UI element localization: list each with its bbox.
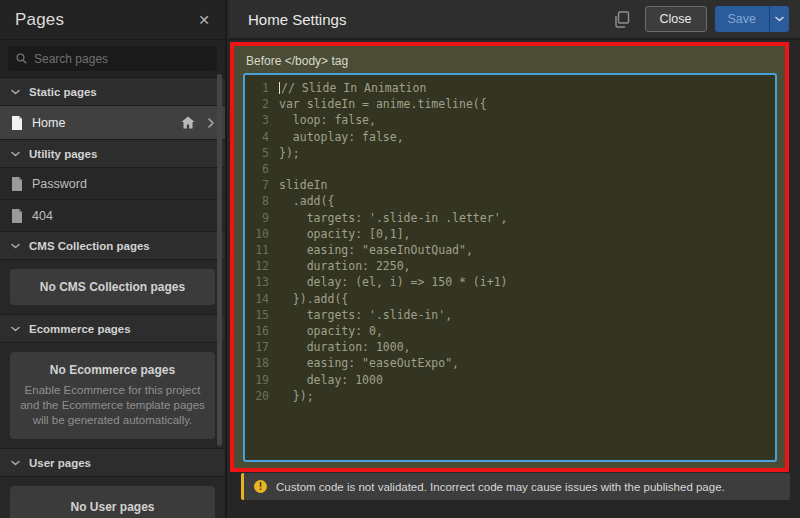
line-number: 9 (245, 210, 269, 226)
section-label: Ecommerce pages (29, 323, 131, 335)
section-header-user-pages[interactable]: User pages (0, 449, 225, 477)
section-label: Static pages (29, 86, 97, 98)
warning-banner: ! Custom code is not validated. Incorrec… (241, 473, 790, 500)
ecommerce-empty-title: No Ecommerce pages (20, 363, 205, 377)
page-icon (11, 116, 23, 130)
code-line: 5}); (245, 145, 775, 161)
save-button[interactable]: Save (715, 6, 770, 32)
page-item-label: 404 (32, 209, 53, 223)
code-text: delay: 1000 (279, 372, 383, 388)
section-header-utility-pages[interactable]: Utility pages (0, 140, 225, 168)
line-number: 15 (245, 307, 269, 323)
code-text: }).add({ (279, 291, 348, 307)
code-line: 8 .add({ (245, 193, 775, 209)
code-editor[interactable]: 1// Slide In Animation2var slideIn = ani… (243, 73, 777, 462)
section-header-static-pages[interactable]: Static pages (0, 78, 225, 106)
chevron-down-icon (11, 326, 20, 332)
duplicate-icon[interactable] (614, 11, 630, 28)
chevron-down-icon (11, 460, 20, 466)
sidebar-item-404[interactable]: 404 (0, 200, 225, 232)
page-icon (11, 177, 23, 191)
page-item-label: Password (32, 177, 87, 191)
ecommerce-empty-description: Enable Ecommerce for this project and th… (20, 383, 205, 428)
search-icon (16, 53, 27, 64)
line-number: 19 (245, 372, 269, 388)
chevron-right-icon[interactable] (208, 118, 214, 128)
section-label: User pages (29, 457, 91, 469)
code-text: targets: '.slide-in', (279, 307, 452, 323)
code-line: 2var slideIn = anime.timeline({ (245, 96, 775, 112)
page-item-label: Home (32, 116, 65, 130)
code-line: 19 delay: 1000 (245, 372, 775, 388)
chevron-down-icon (11, 151, 20, 157)
custom-code-section: Before </body> tag 1// Slide In Animatio… (230, 42, 789, 472)
code-line: 4 autoplay: false, (245, 129, 775, 145)
save-dropdown-button[interactable] (769, 6, 789, 32)
ecommerce-empty-state: No Ecommerce pages Enable Ecommerce for … (10, 352, 215, 439)
line-number: 5 (245, 145, 269, 161)
code-text: loop: false, (279, 112, 376, 128)
code-line: 10 opacity: [0,1], (245, 226, 775, 242)
code-text: targets: '.slide-in .letter', (279, 210, 507, 226)
cms-empty-area: No CMS Collection pages (0, 260, 225, 315)
chevron-down-icon (11, 243, 20, 249)
close-icon[interactable]: ✕ (198, 13, 210, 27)
line-number: 11 (245, 242, 269, 258)
code-line: 7slideIn (245, 177, 775, 193)
section-header-ecommerce-pages[interactable]: Ecommerce pages (0, 315, 225, 343)
sidebar-scrollbar[interactable] (217, 74, 222, 446)
code-text: delay: (el, i) => 150 * (i+1) (279, 274, 507, 290)
settings-title: Home Settings (248, 11, 614, 28)
warning-icon: ! (254, 480, 267, 493)
section-header-cms-pages[interactable]: CMS Collection pages (0, 232, 225, 260)
search-placeholder: Search pages (34, 52, 108, 66)
close-button[interactable]: Close (645, 6, 707, 32)
code-line: 14 }).add({ (245, 291, 775, 307)
pages-panel-header: Pages ✕ (0, 0, 225, 40)
code-line: 18 easing: "easeOutExpo", (245, 355, 775, 371)
code-text: duration: 2250, (279, 258, 411, 274)
code-line: 20 }); (245, 388, 775, 404)
home-icon (181, 116, 195, 129)
ecommerce-empty-area: No Ecommerce pages Enable Ecommerce for … (0, 343, 225, 449)
code-text: easing: "easeInOutQuad", (279, 242, 473, 258)
code-text: .add({ (279, 193, 334, 209)
code-line: 15 targets: '.slide-in', (245, 307, 775, 323)
line-number: 3 (245, 112, 269, 128)
code-line: 12 duration: 2250, (245, 258, 775, 274)
save-split-button: Save (715, 6, 790, 32)
user-empty-state: No User pages (10, 486, 215, 518)
settings-header: Home Settings Close Save (229, 0, 800, 40)
code-text: // Slide In Animation (279, 80, 426, 96)
code-line: 1// Slide In Animation (245, 80, 775, 96)
pages-panel: Pages ✕ Search pages Static pages Home (0, 0, 227, 518)
user-empty-area: No User pages (0, 477, 225, 518)
code-text: autoplay: false, (279, 129, 404, 145)
line-number: 1 (245, 80, 269, 96)
code-line: 13 delay: (el, i) => 150 * (i+1) (245, 274, 775, 290)
chevron-down-icon (11, 89, 20, 95)
code-line: 6 (245, 161, 775, 177)
code-text: opacity: [0,1], (279, 226, 411, 242)
line-number: 12 (245, 258, 269, 274)
search-row: Search pages (0, 40, 225, 78)
line-number: 16 (245, 323, 269, 339)
code-line: 11 easing: "easeInOutQuad", (245, 242, 775, 258)
section-label: Utility pages (29, 148, 97, 160)
code-editor-lines: 1// Slide In Animation2var slideIn = ani… (245, 80, 775, 404)
page-icon (11, 209, 23, 223)
sidebar-item-password[interactable]: Password (0, 168, 225, 200)
code-text: opacity: 0, (279, 323, 383, 339)
line-number: 8 (245, 193, 269, 209)
code-text: var slideIn = anime.timeline({ (279, 96, 487, 112)
sidebar-item-home[interactable]: Home (0, 106, 225, 140)
home-settings-panel: Home Settings Close Save Before </body> … (229, 0, 800, 518)
search-input[interactable]: Search pages (8, 46, 217, 71)
line-number: 4 (245, 129, 269, 145)
cms-empty-state: No CMS Collection pages (10, 269, 215, 305)
line-number: 6 (245, 161, 269, 177)
line-number: 14 (245, 291, 269, 307)
code-line: 3 loop: false, (245, 112, 775, 128)
code-text: easing: "easeOutExpo", (279, 355, 459, 371)
line-number: 2 (245, 96, 269, 112)
